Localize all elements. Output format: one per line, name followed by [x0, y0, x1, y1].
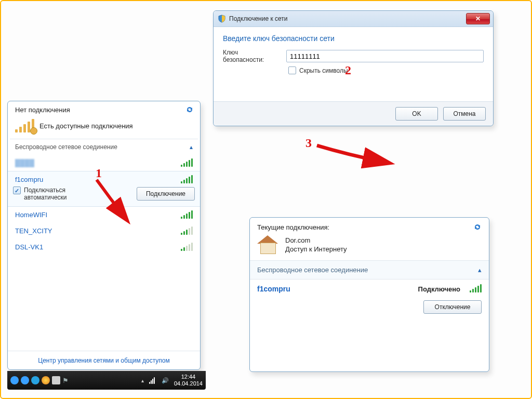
network-popup-title: Нет подключения [15, 106, 70, 114]
home-icon [257, 235, 278, 254]
page-canvas: Подключение к сети ✕ Введите ключ безопа… [0, 0, 532, 399]
hide-chars-checkbox[interactable] [288, 66, 296, 74]
tray-flag-icon[interactable]: ⚑ [62, 377, 69, 384]
wireless-section-header[interactable]: Беспроводное сетевое соединение ▴ [250, 260, 489, 280]
network-list: ████ f1compru ✓ Подключаться автоматичес… [8, 155, 200, 257]
system-tray: ▴ 🔊 12:44 04.04.2014 [141, 374, 203, 387]
cancel-button[interactable]: Отмена [443, 107, 486, 121]
network-name: ████ [15, 159, 34, 167]
key-field-row: Ключ безопасности: [214, 47, 493, 65]
refresh-icon[interactable] [473, 223, 482, 231]
taskbar: ⚑ ▴ 🔊 12:44 04.04.2014 [7, 371, 206, 390]
tray-clock[interactable]: 12:44 04.04.2014 [174, 374, 203, 387]
network-item[interactable]: HomeWIFI [8, 207, 200, 223]
network-item-expanded: f1compru ✓ Подключаться автоматически По… [8, 171, 200, 207]
arrow-3 [312, 140, 395, 171]
signal-icon [181, 176, 193, 183]
connected-network-row[interactable]: f1compru Подключено [250, 280, 489, 295]
tray-app-icon[interactable] [52, 376, 60, 384]
auto-connect-checkbox[interactable]: ✓ Подключаться автоматически [13, 187, 67, 201]
connected-network-status: Подключено [418, 285, 460, 293]
home-network-status: Доступ к Интернету [285, 245, 347, 254]
signal-available-icon [15, 119, 34, 132]
security-key-dialog: Подключение к сети ✕ Введите ключ безопа… [213, 10, 494, 126]
tray-date: 04.04.2014 [174, 380, 203, 387]
current-connections-header: Текущие подключения: [250, 218, 489, 233]
auto-connect-label: Подключаться автоматически [24, 187, 67, 201]
connected-network-name: f1compru [257, 285, 290, 293]
refresh-icon[interactable] [185, 105, 194, 114]
tray-app-icon[interactable] [42, 376, 50, 384]
annotation-step-1: 1 [96, 166, 102, 180]
connect-button[interactable]: Подключение [137, 187, 195, 201]
current-connections-popup: Текущие подключения: Dor.com Доступ к Ин… [249, 217, 489, 372]
annotation-step-3: 3 [305, 136, 312, 150]
signal-icon [181, 228, 193, 235]
checkbox-checked-icon: ✓ [13, 187, 21, 194]
connection-status-row: Есть доступные подключения [8, 116, 200, 139]
tray-app-icon[interactable] [21, 376, 29, 384]
disconnect-button[interactable]: Отключение [423, 300, 482, 314]
signal-icon [181, 211, 193, 219]
tray-app-icon[interactable] [10, 376, 19, 384]
home-network-name: Dor.com [285, 236, 347, 245]
network-center-link[interactable]: Центр управления сетями и общим доступом [38, 357, 170, 364]
connection-status-text: Есть доступные подключения [39, 122, 133, 130]
network-list-popup: Нет подключения Есть доступные подключен… [7, 101, 201, 370]
network-item[interactable]: DSL-VK1 [8, 239, 200, 255]
key-label: Ключ безопасности: [223, 49, 280, 63]
network-name: DSL-VK1 [15, 243, 43, 251]
dialog-titlebar[interactable]: Подключение к сети ✕ [214, 11, 493, 27]
network-popup-footer: Центр управления сетями и общим доступом [8, 351, 200, 369]
disconnect-row: Отключение [250, 295, 489, 321]
wireless-section-header[interactable]: Беспроводное сетевое соединение ▴ [8, 139, 200, 155]
chevron-up-icon: ▴ [190, 143, 193, 151]
signal-icon [181, 244, 193, 251]
network-popup-header: Нет подключения [8, 101, 200, 116]
network-item[interactable]: TEN_XCITY [8, 223, 200, 239]
tray-chevron-icon[interactable]: ▴ [141, 378, 144, 383]
network-name: HomeWIFI [15, 211, 47, 219]
current-connections-title: Текущие подключения: [257, 223, 329, 231]
dialog-heading: Введите ключ безопасности сети [214, 27, 493, 47]
annotation-step-2: 2 [345, 63, 351, 77]
hide-chars-label: Скрыть символы [299, 67, 348, 74]
shield-icon [218, 15, 226, 23]
wireless-section-title: Беспроводное сетевое соединение [15, 143, 117, 151]
tray-network-icon[interactable] [149, 377, 156, 384]
hide-chars-row[interactable]: Скрыть символы [214, 65, 493, 81]
wireless-section-title: Беспроводное сетевое соединение [257, 266, 368, 274]
ok-button[interactable]: OK [395, 107, 438, 121]
network-name[interactable]: f1compru [15, 176, 43, 183]
tray-time: 12:44 [174, 374, 203, 380]
security-key-input[interactable] [286, 50, 484, 62]
close-button[interactable]: ✕ [466, 13, 490, 24]
signal-icon [470, 285, 482, 292]
home-network-row: Dor.com Доступ к Интернету [250, 233, 489, 260]
dialog-title: Подключение к сети [229, 15, 287, 22]
tray-app-icon[interactable] [31, 376, 39, 384]
chevron-up-icon: ▴ [478, 266, 482, 274]
tray-volume-icon[interactable]: 🔊 [162, 377, 169, 384]
signal-icon [181, 159, 193, 167]
network-item-hidden[interactable]: ████ [8, 155, 200, 171]
network-name: TEN_XCITY [15, 227, 52, 235]
dialog-button-bar: OK Отмена [214, 101, 493, 126]
